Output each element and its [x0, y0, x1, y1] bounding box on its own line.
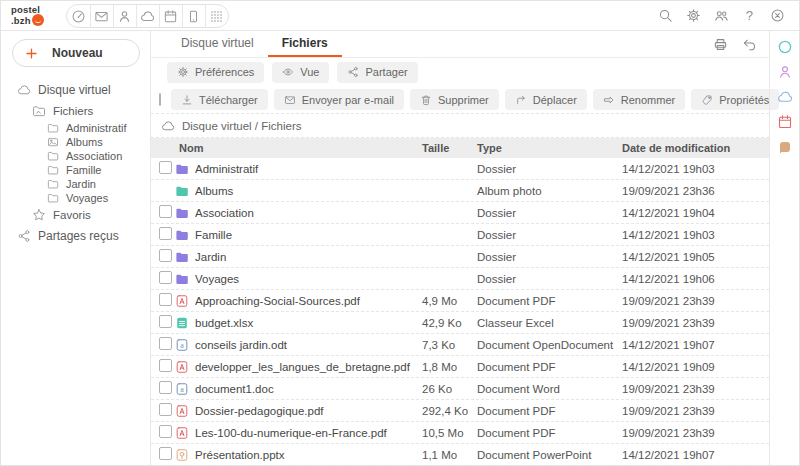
brand-line2: .bzh	[11, 16, 31, 25]
table-row[interactable]: Approaching-Social-Sources.pdf 4,9 Mo Do…	[151, 290, 769, 312]
sidebar-item-fichiers[interactable]: Fichiers	[1, 101, 150, 121]
table-row[interactable]: Famille Dossier 14/12/2021 19h03	[151, 224, 769, 246]
row-checkbox[interactable]	[159, 293, 172, 306]
trash-icon	[420, 94, 432, 106]
undo-icon[interactable]	[742, 37, 757, 52]
renommer-button[interactable]: Renommer	[593, 89, 685, 110]
table-row[interactable]: Jardin Dossier 14/12/2021 19h05	[151, 246, 769, 268]
cloud-icon[interactable]	[136, 5, 159, 28]
table-row[interactable]: Voyages Dossier 14/12/2021 19h06	[151, 268, 769, 290]
dock-cloud-icon[interactable]	[777, 89, 793, 105]
column-date[interactable]: Date de modification	[622, 142, 769, 154]
file-size: 42,9 Ko	[422, 317, 477, 329]
sidebar-item-partages-recus[interactable]: Partages reçus	[1, 225, 150, 247]
table-row[interactable]: a conseils jardin.odt 7,3 Ko Document Op…	[151, 334, 769, 356]
table-row[interactable]: Présentation.pptx 1,1 Mo Document PowerP…	[151, 444, 769, 466]
table-row[interactable]: Administratif Dossier 14/12/2021 19h03	[151, 158, 769, 180]
star-icon	[32, 208, 46, 222]
file-type: Document PDF	[477, 295, 622, 307]
folder-o-icon	[47, 150, 59, 162]
sidebar-item-voyages[interactable]: Voyages	[1, 191, 150, 205]
tab-fichiers[interactable]: Fichiers	[268, 31, 342, 57]
column-nom[interactable]: Nom	[159, 142, 422, 154]
folder-files-icon	[32, 104, 46, 118]
file-date: 19/09/2021 23h36	[622, 185, 769, 197]
dock-calendar-icon[interactable]	[777, 114, 793, 130]
file-name: Jardin	[195, 251, 422, 263]
calendar-icon[interactable]	[159, 5, 182, 28]
file-size: 1,1 Mo	[422, 449, 477, 461]
table-row[interactable]: a document1.doc 26 Ko Document Word 19/0…	[151, 378, 769, 400]
column-taille[interactable]: Taille	[422, 142, 477, 154]
sidebar-item-albums[interactable]: Albums	[1, 135, 150, 149]
new-button[interactable]: Nouveau	[12, 39, 140, 67]
folder-o-icon	[47, 164, 59, 176]
file-date: 19/09/2021 23h39	[622, 317, 769, 329]
deplacer-button[interactable]: Déplacer	[505, 89, 587, 110]
row-checkbox[interactable]	[159, 381, 172, 394]
dock-chat-icon[interactable]	[777, 39, 793, 55]
sidebar-item-jardin[interactable]: Jardin	[1, 177, 150, 191]
row-checkbox[interactable]	[159, 249, 172, 262]
telecharger-button[interactable]: Télécharger	[171, 89, 268, 110]
sidebar-item-disque-virtuel[interactable]: Disque virtuel	[1, 79, 150, 101]
row-checkbox[interactable]	[159, 359, 172, 372]
table-row[interactable]: developper_les_langues_de_bretagne.pdf 1…	[151, 356, 769, 378]
select-all-checkbox[interactable]	[159, 93, 161, 106]
row-checkbox[interactable]	[159, 337, 172, 350]
table-row[interactable]: Les-100-du-numerique-en-France.pdf 10,5 …	[151, 422, 769, 444]
row-checkbox[interactable]	[159, 227, 172, 240]
xlsx-icon	[175, 316, 189, 330]
column-type[interactable]: Type	[477, 142, 622, 154]
breadcrumb[interactable]: Disque virtuel / Fichiers	[151, 113, 769, 138]
search-icon[interactable]	[658, 8, 673, 23]
folder-icon	[175, 162, 189, 176]
preferences-button[interactable]: Préférences	[167, 62, 264, 83]
tab-disque-virtuel[interactable]: Disque virtuel	[167, 31, 268, 57]
help-icon[interactable]: ?	[742, 8, 757, 23]
row-checkbox[interactable]	[159, 205, 172, 218]
table-row[interactable]: Dossier-pedagogique.pdf 292,4 Ko Documen…	[151, 400, 769, 422]
sidebar-item-administratif[interactable]: Administratif	[1, 121, 150, 135]
dock-notes-icon[interactable]	[777, 139, 793, 155]
contacts-icon[interactable]	[113, 5, 136, 28]
row-checkbox[interactable]	[159, 447, 172, 460]
tab-bar: Disque virtuel Fichiers	[151, 31, 769, 58]
apps-icon[interactable]	[205, 5, 228, 28]
table-row[interactable]: Albums Album photo 19/09/2021 23h36	[151, 180, 769, 202]
file-name: Administratif	[195, 163, 422, 175]
file-type: Dossier	[477, 163, 622, 175]
file-name: Approaching-Social-Sources.pdf	[195, 295, 422, 307]
sidebar-item-favoris[interactable]: Favoris	[1, 205, 150, 225]
print-icon[interactable]	[713, 37, 728, 52]
folder-icon	[175, 228, 189, 242]
row-checkbox[interactable]	[159, 403, 172, 416]
file-type: Document Word	[477, 383, 622, 395]
dock-contacts-icon[interactable]	[777, 64, 793, 80]
logout-icon[interactable]	[770, 8, 785, 23]
brand-logo[interactable]: postel .bzh	[11, 5, 44, 26]
partager-button[interactable]: Partager	[337, 62, 417, 83]
right-dock	[769, 31, 799, 465]
table-row[interactable]: Association Dossier 14/12/2021 19h04	[151, 202, 769, 224]
mail-icon[interactable]	[90, 5, 113, 28]
file-size: 1,8 Mo	[422, 361, 477, 373]
sidebar-item-famille[interactable]: Famille	[1, 163, 150, 177]
groups-icon[interactable]	[714, 8, 729, 23]
vue-button[interactable]: Vue	[272, 62, 329, 83]
sidebar-item-association[interactable]: Association	[1, 149, 150, 163]
dashboard-icon[interactable]	[67, 5, 90, 28]
phone-icon[interactable]	[182, 5, 205, 28]
settings-icon	[177, 66, 189, 78]
file-date: 14/12/2021 19h05	[622, 251, 769, 263]
file-name: Association	[195, 207, 422, 219]
supprimer-button[interactable]: Supprimer	[410, 89, 499, 110]
row-checkbox[interactable]	[159, 315, 172, 328]
row-checkbox[interactable]	[159, 161, 172, 174]
row-checkbox[interactable]	[159, 425, 172, 438]
settings-icon[interactable]	[686, 8, 701, 23]
row-checkbox[interactable]	[159, 271, 172, 284]
envoyer-par-e-mail-button[interactable]: Envoyer par e-mail	[274, 89, 404, 110]
proprietes-button[interactable]: Propriétés	[691, 89, 779, 110]
table-row[interactable]: budget.xlsx 42,9 Ko Classeur Excel 19/09…	[151, 312, 769, 334]
